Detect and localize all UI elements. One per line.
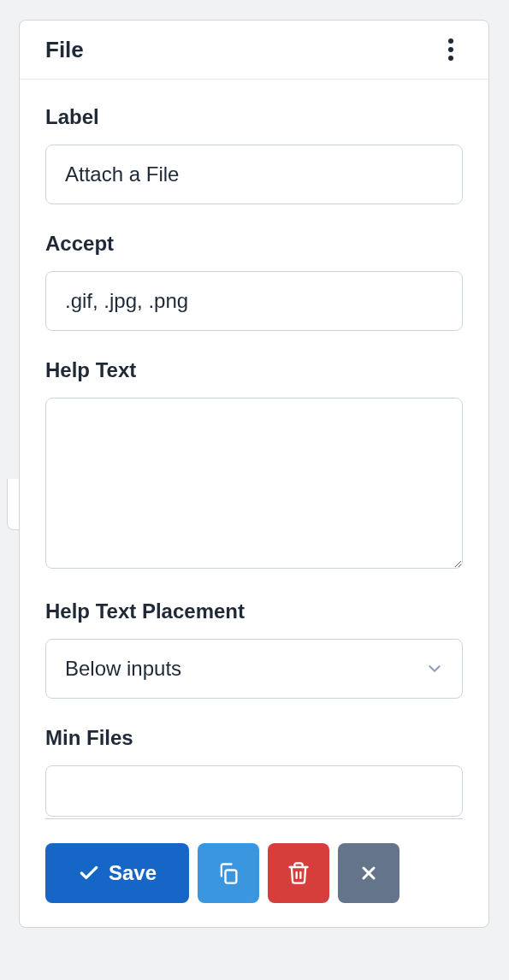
min-files-label: Min Files <box>45 726 463 750</box>
copy-button[interactable] <box>198 843 259 903</box>
more-options-menu[interactable] <box>439 36 463 63</box>
panel-title: File <box>45 37 84 63</box>
save-button[interactable]: Save <box>45 843 189 903</box>
check-icon <box>78 862 100 884</box>
svg-rect-0 <box>226 871 237 883</box>
accept-field-label: Accept <box>45 232 463 256</box>
panel-body: Label Accept Help Text Help Text Placeme… <box>20 80 488 819</box>
accept-input[interactable] <box>45 271 463 331</box>
help-text-placement-group: Help Text Placement Below inputs <box>45 599 463 699</box>
help-text-placement-label: Help Text Placement <box>45 599 463 623</box>
kebab-dot-icon <box>448 38 453 44</box>
help-text-placement-value: Below inputs <box>45 639 463 699</box>
kebab-dot-icon <box>448 47 453 52</box>
label-field-group: Label <box>45 105 463 204</box>
close-button[interactable] <box>338 843 400 903</box>
min-files-input[interactable] <box>45 765 463 817</box>
min-files-group: Min Files <box>45 726 463 817</box>
help-text-textarea[interactable] <box>45 398 463 569</box>
trash-icon <box>287 861 311 885</box>
save-button-label: Save <box>109 861 157 885</box>
panel-header: File <box>20 21 488 80</box>
accept-field-group: Accept <box>45 232 463 331</box>
action-button-row: Save <box>20 819 488 927</box>
label-input[interactable] <box>45 145 463 204</box>
kebab-dot-icon <box>448 56 453 61</box>
close-icon <box>358 863 379 883</box>
help-text-field-label: Help Text <box>45 358 463 382</box>
help-text-placement-select[interactable]: Below inputs <box>45 639 463 699</box>
delete-button[interactable] <box>268 843 329 903</box>
help-text-field-group: Help Text <box>45 358 463 572</box>
label-field-label: Label <box>45 105 463 129</box>
file-settings-panel: File Label Accept Help Text Help Text Pl… <box>19 20 489 928</box>
copy-icon <box>216 861 240 885</box>
